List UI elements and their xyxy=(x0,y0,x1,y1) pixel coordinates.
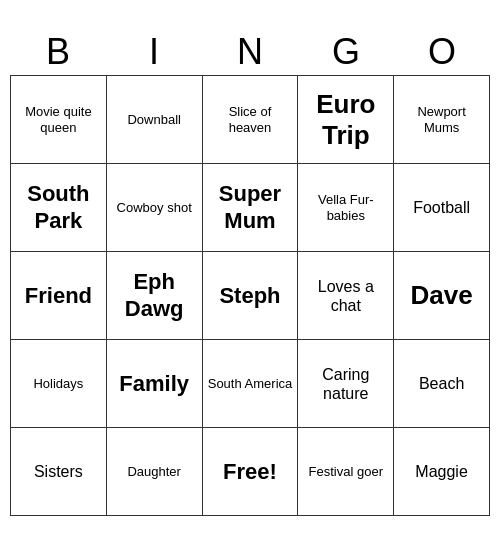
cell-text: Maggie xyxy=(415,462,467,481)
bingo-cell: Super Mum xyxy=(203,164,299,252)
cell-text: Eph Dawg xyxy=(111,269,198,322)
bingo-cell: South America xyxy=(203,340,299,428)
bingo-cell: Vella Fur-babies xyxy=(298,164,394,252)
cell-text: Cowboy shot xyxy=(117,200,192,216)
bingo-cell: Steph xyxy=(203,252,299,340)
bingo-cell: South Park xyxy=(11,164,107,252)
bingo-cell: Maggie xyxy=(394,428,490,516)
cell-text: Festival goer xyxy=(309,464,383,480)
header-letter: G xyxy=(298,28,394,76)
cell-text: Loves a chat xyxy=(302,277,389,315)
cell-text: Caring nature xyxy=(302,365,389,403)
bingo-cell: Cowboy shot xyxy=(107,164,203,252)
cell-text: Family xyxy=(119,371,189,397)
bingo-cell: Festival goer xyxy=(298,428,394,516)
bingo-cell: Newport Mums xyxy=(394,76,490,164)
cell-text: Movie quite queen xyxy=(15,104,102,135)
cell-text: Downball xyxy=(127,112,180,128)
bingo-cell: Dave xyxy=(394,252,490,340)
cell-text: Vella Fur-babies xyxy=(302,192,389,223)
cell-text: South Park xyxy=(15,181,102,234)
bingo-cell: Beach xyxy=(394,340,490,428)
bingo-cell: Holidays xyxy=(11,340,107,428)
bingo-cell: Free! xyxy=(203,428,299,516)
bingo-grid: Movie quite queenDownballSlice of heaven… xyxy=(10,75,490,516)
bingo-cell: Downball xyxy=(107,76,203,164)
cell-text: Slice of heaven xyxy=(207,104,294,135)
bingo-cell: Football xyxy=(394,164,490,252)
cell-text: Dave xyxy=(411,280,473,311)
cell-text: South America xyxy=(208,376,293,392)
cell-text: Beach xyxy=(419,374,464,393)
cell-text: Holidays xyxy=(33,376,83,392)
bingo-card: BINGO Movie quite queenDownballSlice of … xyxy=(10,28,490,517)
header-letter: B xyxy=(10,28,106,76)
bingo-cell: Sisters xyxy=(11,428,107,516)
cell-text: Sisters xyxy=(34,462,83,481)
header-letter: N xyxy=(202,28,298,76)
cell-text: Euro Trip xyxy=(302,89,389,151)
cell-text: Friend xyxy=(25,283,92,309)
bingo-cell: Friend xyxy=(11,252,107,340)
cell-text: Football xyxy=(413,198,470,217)
cell-text: Newport Mums xyxy=(398,104,485,135)
bingo-cell: Loves a chat xyxy=(298,252,394,340)
bingo-cell: Daughter xyxy=(107,428,203,516)
cell-text: Daughter xyxy=(127,464,180,480)
bingo-cell: Euro Trip xyxy=(298,76,394,164)
cell-text: Super Mum xyxy=(207,181,294,234)
cell-text: Steph xyxy=(219,283,280,309)
header-letter: O xyxy=(394,28,490,76)
header-letter: I xyxy=(106,28,202,76)
bingo-cell: Caring nature xyxy=(298,340,394,428)
bingo-header: BINGO xyxy=(10,28,490,76)
bingo-cell: Family xyxy=(107,340,203,428)
bingo-cell: Eph Dawg xyxy=(107,252,203,340)
bingo-cell: Slice of heaven xyxy=(203,76,299,164)
cell-text: Free! xyxy=(223,459,277,485)
bingo-cell: Movie quite queen xyxy=(11,76,107,164)
